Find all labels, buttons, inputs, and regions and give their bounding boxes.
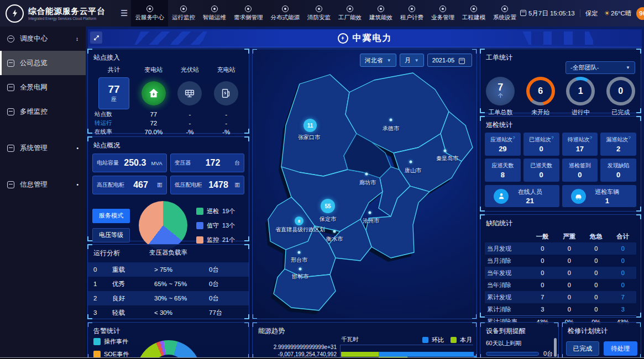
- city-label[interactable]: 张家口市: [298, 134, 320, 141]
- sidebar-item-panorama-grid[interactable]: 全景电网: [0, 75, 86, 99]
- stat-card: 发现缺陷0: [600, 159, 636, 182]
- help-icon[interactable]: ?: [512, 135, 515, 140]
- tab-demand-side[interactable]: 需求侧管理: [230, 0, 267, 27]
- sidebar-item-company-overview[interactable]: 公司总览: [0, 51, 86, 75]
- panel-maintenance-plan: 检修计划统计 已完成 待处理: [562, 322, 641, 359]
- tab-building-efficiency[interactable]: 建筑能效: [365, 0, 396, 27]
- menu-toggle-icon[interactable]: ☰: [121, 8, 131, 18]
- tab-factory-efficiency[interactable]: 工厂能效: [334, 0, 365, 27]
- tab-distributed-energy[interactable]: 分布式能源: [266, 0, 303, 27]
- service-mode-button[interactable]: 服务模式: [92, 209, 130, 223]
- lv-cabinet-card: 低压配电柜1478面: [170, 176, 245, 194]
- completed-button[interactable]: 已完成: [566, 341, 600, 356]
- panel-province-map: 河北省▼ 月▼ 2021-05: [252, 49, 477, 319]
- platform-logo-icon: [6, 4, 24, 23]
- sidebar-item-dispatch-center[interactable]: 调度中心 ↕: [0, 27, 86, 51]
- city-badge[interactable]: 55: [321, 199, 335, 213]
- panel-inspection-stats: 巡检统计 应巡站次?29 已巡站次?0 待巡站次?17 漏巡站次?2 应巡天数8…: [480, 116, 641, 212]
- voltage-level-button[interactable]: 电压等级: [92, 228, 130, 242]
- settings-icon: [501, 6, 508, 12]
- city-label[interactable]: 衡水市: [326, 235, 343, 243]
- expand-icon[interactable]: [90, 31, 102, 44]
- city-dot: [299, 268, 302, 271]
- car-icon: [571, 189, 586, 204]
- main-content: 中冀电力 站点接入 共计 变电站 光伏站 充电站 77 座 站点数: [86, 27, 644, 359]
- sun-icon: ☀: [604, 10, 610, 17]
- modeling-icon: [470, 6, 477, 12]
- city-label[interactable]: 邯郸市: [292, 273, 308, 281]
- city-label[interactable]: 省直辖县级行政区划: [275, 226, 325, 234]
- city-badge[interactable]: 8: [295, 217, 303, 225]
- table-row: 累计发现7007: [485, 291, 636, 303]
- table-row: 累计消除3003: [485, 303, 636, 315]
- stat-card: 漏巡站次?2: [600, 133, 636, 156]
- overview-icon: [7, 60, 14, 67]
- demand-side-icon: [245, 6, 252, 12]
- tab-smart-ops[interactable]: 智能运维: [199, 0, 230, 27]
- table-row: 2良好30% ~ 65%0台: [88, 291, 249, 305]
- table-title: 变压器负载率: [88, 249, 249, 257]
- sort-icon[interactable]: ↕: [76, 36, 78, 42]
- monitor-icon: [180, 6, 187, 12]
- city-label[interactable]: 廊坊市: [359, 179, 376, 187]
- help-icon[interactable]: ?: [551, 135, 553, 140]
- panel-title: 站点接入: [88, 49, 249, 65]
- panel-station-access: 站点接入 共计 变电站 光伏站 充电站 77 座 站点数 77 - - 转运行: [87, 49, 249, 134]
- tab-tenant-billing[interactable]: 租户计费: [396, 0, 427, 27]
- top-navigation-bar: 综合能源服务云平台 Integrated Energy Services Clo…: [0, 0, 644, 27]
- notification-badge[interactable]: 96: [636, 7, 644, 20]
- legend-item: 巡检19个: [196, 207, 235, 215]
- help-icon[interactable]: ?: [628, 135, 630, 140]
- calendar-icon: [520, 10, 526, 16]
- period-select[interactable]: 月▼: [400, 54, 424, 67]
- tab-fire-safety[interactable]: 消防安监: [303, 0, 334, 27]
- sidebar-item-system-management[interactable]: 系统管理 •: [0, 136, 86, 160]
- city-dot: [298, 251, 301, 254]
- city-badge[interactable]: 11: [303, 119, 317, 132]
- panel-operation-analysis: 运行分析 变压器负载率 0重载> 75%0台 1优秀65% ~ 75%0台 2良…: [87, 244, 249, 319]
- tab-business-management[interactable]: 业务管理: [427, 0, 458, 27]
- city-label[interactable]: 保定市: [320, 215, 336, 223]
- y-axis-ticks: 2.999999999999999e+31 -9,007,199,254,740…: [253, 344, 337, 358]
- solar-station-icon: [177, 81, 202, 105]
- submenu-dot-icon: •: [76, 145, 78, 151]
- province-select[interactable]: 河北省▼: [360, 54, 396, 67]
- city-label[interactable]: 秦皇岛市: [436, 155, 458, 162]
- city-dot: [410, 161, 412, 163]
- pending-button[interactable]: 待处理: [604, 341, 637, 356]
- legend-item: 监控21个: [196, 236, 235, 244]
- tab-operation-monitor[interactable]: 运行监控: [168, 0, 199, 27]
- work-order-in-progress: 1 进行中: [566, 77, 595, 117]
- top-menu: 云服务中心 运行监控 智能运维 需求侧管理 分布式能源 消防安监 工厂能效 建筑…: [131, 0, 520, 27]
- tab-cloud-service-center[interactable]: 云服务中心: [131, 0, 168, 27]
- tab-project-modeling[interactable]: 工程建模: [458, 0, 489, 27]
- expiry-progress-bar: [486, 352, 539, 356]
- help-icon[interactable]: ?: [590, 135, 592, 140]
- panel-work-orders: 工单统计 -全部团队-▼ 7个 工单总数 6 未开始 1 进行中 0 已完成: [480, 49, 641, 113]
- service-mode-pie-chart: [139, 201, 187, 250]
- chevron-down-icon: ▼: [415, 58, 419, 63]
- team-filter-select[interactable]: -全部团队-▼: [566, 61, 635, 74]
- city-label[interactable]: 承德市: [383, 125, 399, 133]
- sidebar-item-multi-dimension-monitor[interactable]: 多维监控: [0, 99, 86, 124]
- city-dot: [365, 173, 368, 176]
- stat-card: 应巡天数8: [485, 159, 521, 182]
- billing-icon: [409, 6, 415, 12]
- company-header: 中冀电力: [88, 29, 642, 47]
- city-label[interactable]: 唐山市: [405, 167, 421, 175]
- transformer-card: 变压器172台: [170, 154, 245, 172]
- capacity-card: 电站容量250.3MVA: [92, 154, 167, 172]
- business-icon: [439, 6, 446, 12]
- tab-system-settings[interactable]: 系统设置: [489, 0, 520, 27]
- sidebar-item-info-management[interactable]: 信息管理 •: [0, 172, 86, 197]
- city-label[interactable]: 邢台市: [291, 256, 307, 264]
- table-row: 1优秀65% ~ 75%0台: [88, 277, 249, 291]
- stat-card: 应巡站次?29: [485, 133, 521, 156]
- panel-device-expiry: 设备到期提醒 60天以上到期 0台: [480, 322, 559, 359]
- city-label[interactable]: 沧州市: [363, 217, 379, 225]
- stat-card: 已巡站次?0: [523, 133, 559, 156]
- hebei-map[interactable]: [253, 59, 477, 314]
- stat-card: 已巡天数0: [523, 159, 559, 182]
- panel-defect-stats: 缺陷统计 一般严重 危急合计 当月发现0000 当月消除0000 当年发现000…: [480, 214, 641, 318]
- date-picker[interactable]: 2021-05: [427, 54, 472, 67]
